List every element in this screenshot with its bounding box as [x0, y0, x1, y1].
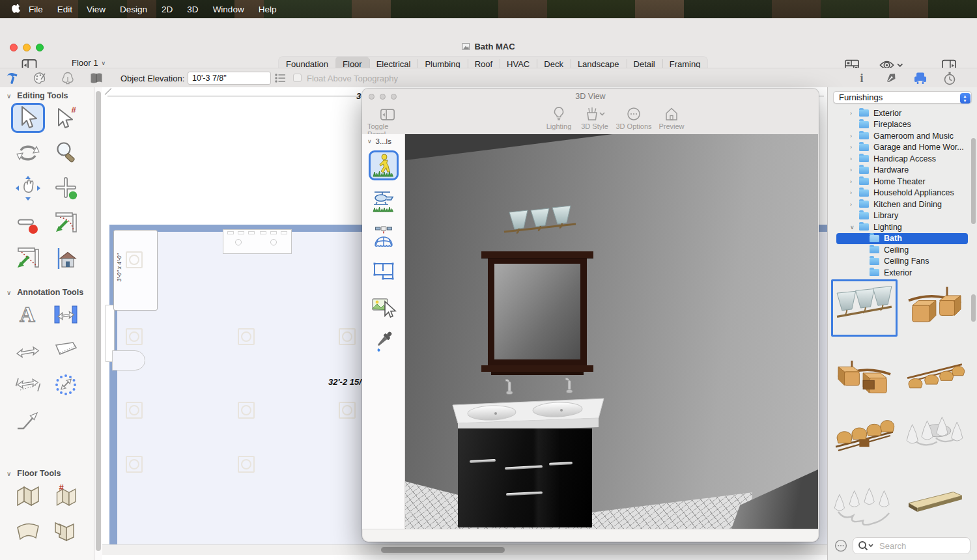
section-editing-tools[interactable]: ∨ Editing Tools	[0, 87, 94, 103]
thumbnail-vanity-light-3-frosted-cones[interactable]	[831, 279, 898, 337]
tool-walkthrough[interactable]	[369, 150, 399, 180]
palette-icon[interactable]	[33, 71, 47, 85]
menu-edit[interactable]: Edit	[50, 5, 79, 14]
tool-rotate[interactable]	[11, 138, 45, 168]
palette-scrollbar[interactable]	[94, 87, 102, 560]
tub-plan-symbol[interactable]	[112, 350, 145, 371]
tool-select-objects[interactable]	[11, 103, 45, 133]
3d-tools-header[interactable]: ∨ 3...ls	[362, 134, 404, 145]
tree-item-handicap[interactable]: ›Handicap Access	[828, 153, 977, 165]
tool-floor-up-down[interactable]	[49, 516, 83, 546]
section-floor-tools[interactable]: ∨ Floor Tools	[0, 465, 94, 481]
tool-reference-floor[interactable]	[11, 516, 45, 546]
menu-design[interactable]: Design	[113, 5, 154, 14]
chevron-down-icon[interactable]: ∨	[850, 224, 859, 231]
object-elevation-input[interactable]	[188, 72, 271, 85]
floor-select[interactable]: Floor 1 ∨	[72, 58, 106, 68]
tree-scrollbar-thumb[interactable]	[971, 138, 976, 224]
section-annotation-tools[interactable]: ∨ Annotation Tools	[0, 284, 94, 300]
tree-item-gameroom[interactable]: ›Gameroom and Music	[828, 130, 977, 142]
info-icon[interactable]: i	[855, 71, 869, 85]
tool-angular-dimension[interactable]	[49, 335, 83, 365]
ceiling-light-symbol[interactable]	[339, 328, 356, 345]
thumbnail-vanity-light-4-amber-domes[interactable]	[831, 407, 898, 464]
menu-3d[interactable]: 3D	[180, 5, 205, 14]
tree-item-bath-selected[interactable]: Bath	[836, 233, 968, 245]
float-above-topography-checkbox[interactable]	[293, 74, 302, 82]
ceiling-light-symbol[interactable]	[126, 328, 143, 345]
vanity-light-3d[interactable]	[500, 204, 580, 240]
furnishings-chair-icon[interactable]	[913, 71, 927, 85]
3d-style-button[interactable]: 3D Style	[578, 105, 612, 130]
ceiling-light-symbol[interactable]	[238, 402, 255, 419]
tool-build-new-floor[interactable]	[11, 481, 45, 511]
tree-item-hardware[interactable]: ›Hardware	[828, 165, 977, 176]
pen-nib-icon[interactable]	[884, 71, 898, 85]
tool-text[interactable]: A	[11, 300, 45, 329]
3d-options-button[interactable]: 3D Options	[614, 105, 653, 130]
vanity-cabinet-3d[interactable]	[458, 428, 592, 527]
3d-view-window[interactable]: 3D View Toggle Panel Lighting 3D Style 3…	[362, 89, 819, 542]
ceiling-light-symbol[interactable]	[126, 456, 143, 473]
menu-2d[interactable]: 2D	[154, 5, 180, 14]
library-category-select[interactable]: Furnishings ▲▼	[833, 91, 972, 104]
tool-pan[interactable]	[11, 173, 45, 203]
thumbnail-linear-strip-light[interactable]	[901, 471, 968, 528]
preview-button[interactable]: Preview	[655, 105, 688, 130]
canvas-horizontal-scrollbar[interactable]	[102, 544, 827, 555]
thumbnail-vanity-light-4-white-shades[interactable]	[831, 471, 898, 528]
list-options-icon[interactable]	[275, 73, 286, 83]
apple-icon[interactable]	[12, 4, 21, 15]
tool-point-to-point-dimension[interactable]	[11, 370, 45, 400]
tool-end-to-end-dimension[interactable]	[11, 335, 45, 365]
canvas-hscroll-thumb[interactable]	[381, 547, 505, 553]
tool-add[interactable]	[49, 173, 83, 203]
tool-reference-house[interactable]	[49, 244, 83, 273]
menu-window[interactable]: Window	[206, 5, 251, 14]
tool-zoom[interactable]	[49, 138, 83, 168]
chevron-right-icon[interactable]: ›	[850, 133, 859, 139]
tool-auto-dimension[interactable]	[49, 370, 83, 400]
thumbnail-vanity-light-4-white-cluster[interactable]	[901, 407, 968, 464]
chevron-right-icon[interactable]: ›	[850, 201, 859, 208]
tool-interior-dimension[interactable]	[49, 300, 83, 329]
ceiling-light-symbol[interactable]	[339, 402, 356, 419]
ceiling-light-symbol[interactable]	[126, 402, 143, 419]
tool-render-select[interactable]	[369, 291, 399, 321]
ceiling-light-symbol[interactable]	[238, 328, 255, 345]
tree-item-kitchen-dining[interactable]: ›Kitchen and Dining	[828, 199, 977, 210]
shower-enclosure[interactable]: 3'-0" x 4'-0"	[113, 230, 158, 311]
chevron-right-icon[interactable]: ›	[850, 110, 859, 117]
3d-viewport[interactable]	[405, 134, 818, 529]
filter-options-icon[interactable]	[834, 539, 847, 552]
chevron-right-icon[interactable]: ›	[850, 167, 859, 173]
chevron-right-icon[interactable]: ›	[850, 178, 859, 185]
tool-eyedropper[interactable]	[369, 326, 399, 356]
ceiling-light-symbol[interactable]	[126, 251, 143, 268]
chevron-right-icon[interactable]: ›	[850, 156, 859, 162]
tree-item-ceiling-fans[interactable]: Ceiling Fans	[828, 256, 977, 268]
tree-item-garage[interactable]: ›Garage and Home Wor...	[828, 142, 977, 154]
tree-item-library[interactable]: Library	[828, 210, 977, 222]
tree-item-fireplaces[interactable]: Fireplaces	[828, 119, 977, 131]
tree-item-lighting[interactable]: ∨Lighting	[828, 221, 977, 233]
thumbnail-vanity-light-2-square-shades[interactable]	[901, 279, 968, 337]
menu-help[interactable]: Help	[251, 5, 284, 14]
tool-fillet[interactable]	[49, 208, 83, 238]
vanity-plan-symbol[interactable]	[223, 229, 292, 254]
lighting-button[interactable]: Lighting	[543, 105, 574, 130]
mirror-3d[interactable]	[485, 251, 590, 375]
thumbnail-vanity-light-2-square-shades-b[interactable]	[831, 343, 898, 400]
tool-leader-line[interactable]	[11, 405, 45, 435]
tree-item-household-appliances[interactable]: ›Household Appliances	[828, 188, 977, 199]
plant-tree-icon[interactable]	[61, 71, 75, 85]
tree-item-exterior[interactable]: ›Exterior	[828, 107, 977, 119]
thumbnails-scrollbar-thumb[interactable]	[971, 294, 976, 322]
tree-item-ceiling[interactable]: Ceiling	[828, 244, 977, 256]
tool-insert-floor-by-number[interactable]: #	[49, 481, 83, 511]
palette-scrollbar-thumb[interactable]	[96, 91, 101, 551]
3d-toggle-panel-button[interactable]: Toggle Panel	[367, 107, 408, 138]
thumbnail-vanity-light-4-dome-shades[interactable]	[901, 343, 968, 400]
tool-plan-view[interactable]	[369, 256, 399, 286]
chevron-right-icon[interactable]: ›	[850, 189, 859, 196]
